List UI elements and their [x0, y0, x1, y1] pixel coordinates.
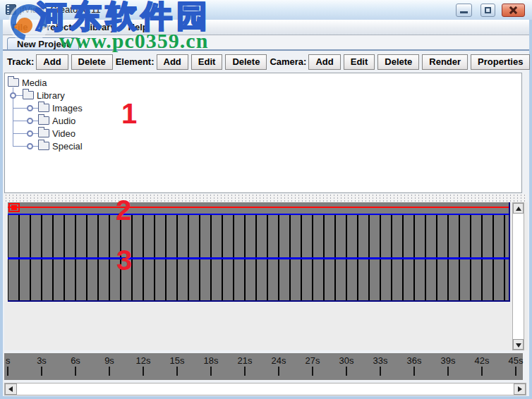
ruler-tick: [312, 367, 313, 376]
ruler-tick: [41, 367, 42, 376]
annotation-2: 2: [116, 196, 131, 224]
track-group-label: Track:: [7, 56, 34, 67]
media-tree-panel: Media Library Images: [4, 73, 522, 193]
ruler-label: 27s: [306, 355, 320, 366]
timeline-viewport: [4, 202, 528, 350]
toolbar: Track: Add Delete Element: Add Edit Dele…: [3, 51, 529, 73]
camera-group-label: Camera:: [270, 56, 306, 67]
ruler-tick: [447, 367, 449, 376]
playhead-line: [8, 207, 509, 208]
ruler-tick: [75, 367, 76, 376]
ruler-label: 45s: [509, 355, 524, 366]
arrow-up-icon: [516, 207, 521, 211]
split-divider[interactable]: [4, 194, 526, 202]
scroll-left-button[interactable]: [5, 383, 17, 395]
folder-icon: [23, 91, 34, 99]
playhead-marker-fill: [11, 205, 17, 210]
track-2-frames[interactable]: [8, 259, 509, 300]
ruler-label: 9s: [104, 355, 114, 366]
time-ruler: s3s6s9s12s15s18s21s24s27s30s33s36s39s42s…: [4, 353, 523, 380]
ruler-tick: [413, 367, 415, 376]
ruler-tick: [481, 367, 483, 376]
app-film-icon: [6, 4, 16, 15]
track-add-button[interactable]: Add: [36, 54, 68, 70]
ruler-label: 42s: [475, 355, 490, 366]
ruler-label: 21s: [238, 355, 253, 366]
minimize-icon: [460, 11, 468, 13]
track-1-frames[interactable]: [8, 215, 509, 257]
menu-bar: File Project Library Help: [3, 20, 529, 35]
ruler-tick: [515, 367, 516, 376]
properties-button[interactable]: Properties: [471, 54, 530, 70]
ruler-label: 3s: [37, 355, 47, 366]
menu-project[interactable]: Project: [34, 20, 78, 34]
title-bar: jfVideo Creator/0.11: [0, 0, 532, 20]
window-title: jfVideo Creator/0.11: [20, 4, 100, 15]
folder-icon: [38, 104, 49, 112]
menu-file[interactable]: File: [6, 20, 34, 34]
element-delete-button[interactable]: Delete: [225, 54, 267, 70]
element-group-label: Element:: [116, 56, 155, 67]
maximize-button[interactable]: [480, 4, 495, 17]
ruler-label: 24s: [272, 355, 286, 366]
folder-icon: [38, 129, 49, 137]
tree-item-library[interactable]: Library: [5, 89, 521, 102]
camera-add-button[interactable]: Add: [308, 54, 340, 70]
tree-collapsed-handle-icon[interactable]: [27, 118, 33, 124]
vertical-scrollbar[interactable]: [512, 202, 524, 350]
element-edit-button[interactable]: Edit: [191, 54, 223, 70]
playhead-marker[interactable]: [8, 203, 20, 212]
menu-help[interactable]: Help: [122, 20, 155, 34]
ruler-label: 12s: [136, 355, 151, 366]
arrow-down-icon: [516, 343, 521, 348]
scroll-up-button[interactable]: [513, 203, 524, 214]
ruler-tick: [176, 367, 178, 376]
track-delete-button[interactable]: Delete: [71, 54, 113, 70]
tree-item-media[interactable]: Media: [5, 76, 521, 89]
folder-icon: [8, 78, 19, 87]
maximize-icon: [485, 7, 491, 13]
tree-collapsed-handle-icon[interactable]: [27, 143, 33, 149]
timeline-canvas[interactable]: [8, 202, 510, 302]
tree-collapsed-handle-icon[interactable]: [27, 105, 33, 111]
ruler-tick: [244, 367, 246, 376]
ruler-tick: [346, 367, 347, 376]
tree-item-audio[interactable]: Audio: [5, 114, 521, 127]
tree-expanded-handle-icon[interactable]: [10, 92, 16, 99]
horizontal-scrollbar[interactable]: [4, 383, 526, 395]
close-button[interactable]: [502, 4, 525, 17]
element-add-button[interactable]: Add: [157, 54, 188, 70]
ruler-label: 30s: [339, 355, 354, 366]
camera-edit-button[interactable]: Edit: [344, 54, 375, 70]
camera-delete-button[interactable]: Delete: [377, 54, 419, 70]
ruler-tick: [143, 367, 144, 376]
menu-library[interactable]: Library: [78, 20, 121, 34]
tab-strip: New Project: [3, 35, 529, 49]
scroll-down-button[interactable]: [513, 339, 524, 350]
client-area: File Project Library Help New Project Tr…: [3, 20, 529, 396]
ruler-label: s: [6, 355, 11, 366]
ruler-tick: [278, 367, 279, 376]
tab-new-project[interactable]: New Project: [7, 37, 79, 50]
ruler-label: 15s: [170, 355, 185, 366]
tree-item-video[interactable]: Video: [5, 127, 521, 140]
tree-item-special[interactable]: Special: [5, 140, 521, 152]
tree-collapsed-handle-icon[interactable]: [27, 130, 33, 137]
ruler-label: 6s: [71, 355, 80, 366]
tree-item-images[interactable]: Images: [5, 102, 521, 114]
annotation-3: 3: [116, 246, 132, 274]
arrow-right-icon: [518, 386, 522, 392]
scroll-right-button[interactable]: [514, 383, 526, 395]
render-button[interactable]: Render: [422, 54, 468, 70]
ruler-label: 18s: [204, 355, 219, 366]
ruler-tick: [380, 367, 381, 376]
close-icon: [509, 6, 518, 14]
ruler-tick: [109, 367, 110, 376]
folder-icon: [38, 142, 49, 150]
app-window: jfVideo Creator/0.11 File Project Librar…: [0, 0, 532, 399]
arrow-left-icon: [8, 386, 13, 392]
minimize-button[interactable]: [456, 4, 472, 17]
ruler-tick: [210, 367, 212, 376]
timeline-header-track[interactable]: [8, 202, 509, 214]
ruler-label: 33s: [373, 355, 388, 366]
